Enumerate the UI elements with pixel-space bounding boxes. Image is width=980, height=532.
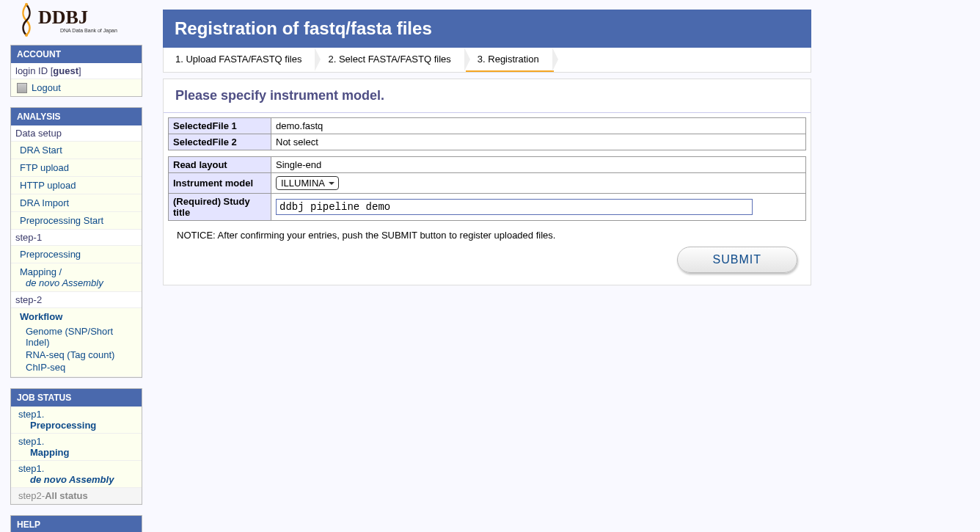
help-header: HELP <box>11 516 142 532</box>
study-title-label: (Required) Study title <box>169 194 271 221</box>
instrument-label: Instrument model <box>169 173 271 194</box>
link-ftp-upload[interactable]: FTP upload <box>11 159 142 177</box>
data-setup-label: Data setup <box>11 125 142 142</box>
selected-file-1-label: SelectedFile 1 <box>169 118 271 134</box>
main-content: Registration of fastq/fasta files 1. Upl… <box>153 0 822 532</box>
step2-label: step-2 <box>11 292 142 308</box>
selected-file-2-label: SelectedFile 2 <box>169 134 271 150</box>
job-step2-all[interactable]: step2-All status <box>11 488 142 504</box>
account-block: ACCOUNT login ID [guest] Logout <box>10 45 142 97</box>
crumb-select[interactable]: 2. Select FASTA/FASTQ files <box>316 48 465 72</box>
submit-button[interactable]: SUBMIT <box>677 247 797 273</box>
logout-icon <box>17 83 27 93</box>
svg-point-0 <box>25 3 28 6</box>
link-preprocessing[interactable]: Preprocessing <box>11 246 142 263</box>
jobstatus-header: JOB STATUS <box>11 389 142 407</box>
selected-file-1-value: demo.fastq <box>271 118 806 134</box>
logout-row[interactable]: Logout <box>11 79 142 96</box>
read-layout-label: Read layout <box>169 157 271 173</box>
logo-subtitle: DNA Data Bank of Japan <box>60 28 117 34</box>
workflow-title[interactable]: Workflow <box>20 311 133 322</box>
step1-label: step-1 <box>11 230 142 246</box>
page-title: Registration of fastq/fasta files <box>163 10 811 48</box>
job-mapping[interactable]: step1. Mapping <box>11 434 142 461</box>
logout-link[interactable]: Logout <box>32 82 61 93</box>
table-row: SelectedFile 1 demo.fastq <box>169 118 806 134</box>
link-preprocessing-start[interactable]: Preprocessing Start <box>11 212 142 230</box>
analysis-block: ANALYSIS Data setup DRA Start FTP upload… <box>10 107 142 378</box>
notice-text: NOTICE: After confirming your entries, p… <box>168 227 806 244</box>
crumb-registration[interactable]: 3. Registration <box>466 48 554 72</box>
read-layout-value: Single-end <box>271 157 806 173</box>
instrument-select[interactable]: ILLUMINA <box>276 176 339 190</box>
job-denovo[interactable]: step1. de novo Assembly <box>11 461 142 488</box>
logo: DDBJ DNA Data Bank of Japan <box>10 0 142 45</box>
selected-file-2-value: Not select <box>271 134 806 150</box>
sidebar: DDBJ DNA Data Bank of Japan ACCOUNT logi… <box>0 0 153 532</box>
link-http-upload[interactable]: HTTP upload <box>11 177 142 194</box>
registration-panel: Please specify instrument model. Selecte… <box>163 79 811 285</box>
workflow-rnaseq[interactable]: RNA-seq (Tag count) <box>20 349 133 361</box>
link-mapping[interactable]: Mapping / de novo Assembly <box>11 263 142 292</box>
help-block: HELP <box>10 515 142 532</box>
workflow-chipseq[interactable]: ChIP-seq <box>20 361 133 374</box>
link-dra-start[interactable]: DRA Start <box>11 142 142 159</box>
logo-title: DDBJ <box>38 7 88 28</box>
table-row: (Required) Study title <box>169 194 806 221</box>
panel-heading: Please specify instrument model. <box>164 79 811 113</box>
svg-point-1 <box>25 34 28 37</box>
breadcrumb: 1. Upload FASTA/FASTQ files 2. Select FA… <box>163 48 811 73</box>
settings-table: Read layout Single-end Instrument model … <box>168 156 806 221</box>
job-preprocessing[interactable]: step1. Preprocessing <box>11 407 142 434</box>
workflow-genome[interactable]: Genome (SNP/Short Indel) <box>20 325 133 349</box>
study-title-input[interactable] <box>276 199 753 215</box>
link-dra-import[interactable]: DRA Import <box>11 194 142 212</box>
table-row: SelectedFile 2 Not select <box>169 134 806 150</box>
analysis-header: ANALYSIS <box>11 108 142 125</box>
crumb-upload[interactable]: 1. Upload FASTA/FASTQ files <box>164 48 316 72</box>
workflow-section: Workflow Genome (SNP/Short Indel) RNA-se… <box>11 308 142 377</box>
jobstatus-block: JOB STATUS step1. Preprocessing step1. M… <box>10 388 142 505</box>
selected-files-table: SelectedFile 1 demo.fastq SelectedFile 2… <box>168 117 806 150</box>
table-row: Read layout Single-end <box>169 157 806 173</box>
login-id-row: login ID [guest] <box>11 63 142 79</box>
account-header: ACCOUNT <box>11 45 142 63</box>
table-row: Instrument model ILLUMINA <box>169 173 806 194</box>
